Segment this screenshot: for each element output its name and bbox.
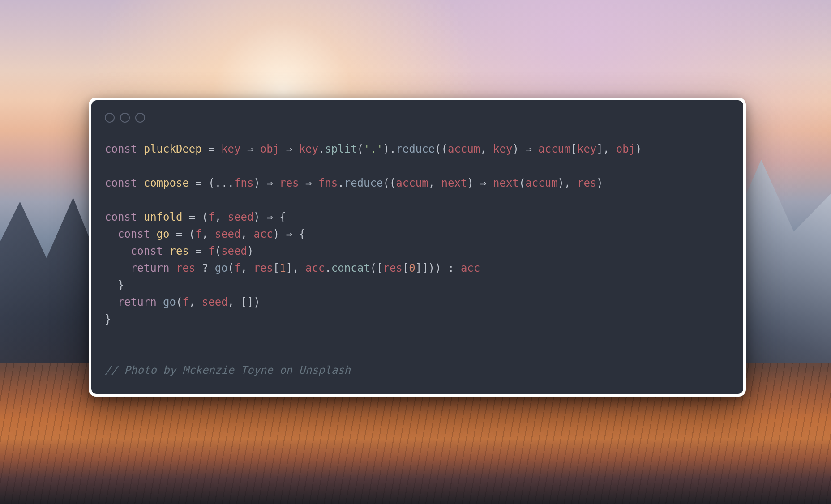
code-token: seed [202,296,228,308]
code-token: res [383,262,402,274]
code-token [273,177,279,189]
code-token: ⇒ [266,177,273,189]
code-token [299,177,305,189]
code-token: f [182,296,188,308]
code-token: pluckDeep [144,143,202,155]
code-token: f [195,228,201,240]
code-token: seed [221,245,247,257]
code-token: go [157,228,170,240]
code-token: . [338,177,344,189]
code-token [532,143,538,155]
code-token [105,245,131,257]
code-token: ( [215,245,221,257]
code-token: fns [318,177,338,189]
code-token: key [299,143,318,155]
code-token: key [493,143,512,155]
code-token: , []) [228,296,260,308]
code-token: [ [273,262,279,274]
code-token: accum [396,177,428,189]
code-token: next [493,177,519,189]
code-token: ⇒ [286,143,292,155]
code-token: ⇒ [266,211,273,223]
code-token: f [208,245,214,257]
code-token: ⇒ [305,177,312,189]
code-token: const [105,211,144,223]
code-token: reduce [344,177,383,189]
code-token: = [189,245,208,257]
code-token: ) [635,143,642,155]
code-token: ? [195,262,214,274]
code-token: ) [558,177,564,189]
code-token: const [118,228,157,240]
code-token: , [215,211,228,223]
code-token: , [428,177,441,189]
code-token: ] [596,143,603,155]
code-token: [ [403,262,409,274]
code-token: accum [525,177,557,189]
code-token: . [390,143,396,155]
code-token: = ( [189,177,215,189]
code-token: = ( [182,211,208,223]
code-token: ) [512,143,525,155]
code-token: = ( [170,228,196,240]
code-token: { [273,211,286,223]
code-token: ([ [370,262,383,274]
code-token: key [221,143,240,155]
code-token: ) [467,177,480,189]
code-editor-content[interactable]: const pluckDeep = key ⇒ obj ⇒ key.split(… [105,141,730,379]
code-token: concat [331,262,370,274]
code-token: , [564,177,577,189]
code-token: , [189,296,202,308]
code-token: } [105,279,124,291]
code-token: } [105,313,111,325]
code-token: ( [519,177,525,189]
traffic-light-close-icon[interactable] [105,113,115,123]
code-token: next [441,177,467,189]
code-token: obj [616,143,635,155]
code-token: seed [215,228,241,240]
code-token: f [234,262,240,274]
code-token: // Photo by Mckenzie Toyne on Unsplash [105,364,351,376]
code-token: go [163,296,176,308]
code-token: : [441,262,461,274]
code-token: seed [228,211,254,223]
code-token: (( [435,143,448,155]
code-token: , [603,143,616,155]
code-token: '.' [364,143,383,155]
code-token [487,177,493,189]
code-token [105,296,118,308]
code-token [105,262,131,274]
code-token: key [577,143,596,155]
code-token: ⇒ [525,143,531,155]
code-token: reduce [396,143,435,155]
code-token: ])) [422,262,441,274]
code-token: , [292,262,305,274]
code-token: , [480,143,493,155]
code-token [312,177,318,189]
code-token: obj [260,143,279,155]
code-token: const [131,245,170,257]
code-token: compose [144,177,189,189]
code-token: ) [247,245,253,257]
code-token: ⇒ [480,177,486,189]
code-token: 1 [279,262,286,274]
code-token: ( [228,262,234,274]
code-token [253,143,260,155]
code-token: ⇒ [247,143,253,155]
code-window-pane: const pluckDeep = key ⇒ obj ⇒ key.split(… [91,100,743,394]
code-token: const [105,143,144,155]
code-token: f [208,211,214,223]
code-token: { [292,228,305,240]
traffic-light-zoom-icon[interactable] [135,113,145,123]
code-token: accum [448,143,480,155]
code-token: go [215,262,228,274]
code-token: ] [286,262,292,274]
code-token: res [279,177,299,189]
traffic-light-minimize-icon[interactable] [120,113,130,123]
code-token: . [325,262,331,274]
code-token: return [131,262,176,274]
code-token: [ [571,143,577,155]
code-token: const [105,177,144,189]
code-token: res [176,262,195,274]
code-token: accum [538,143,570,155]
